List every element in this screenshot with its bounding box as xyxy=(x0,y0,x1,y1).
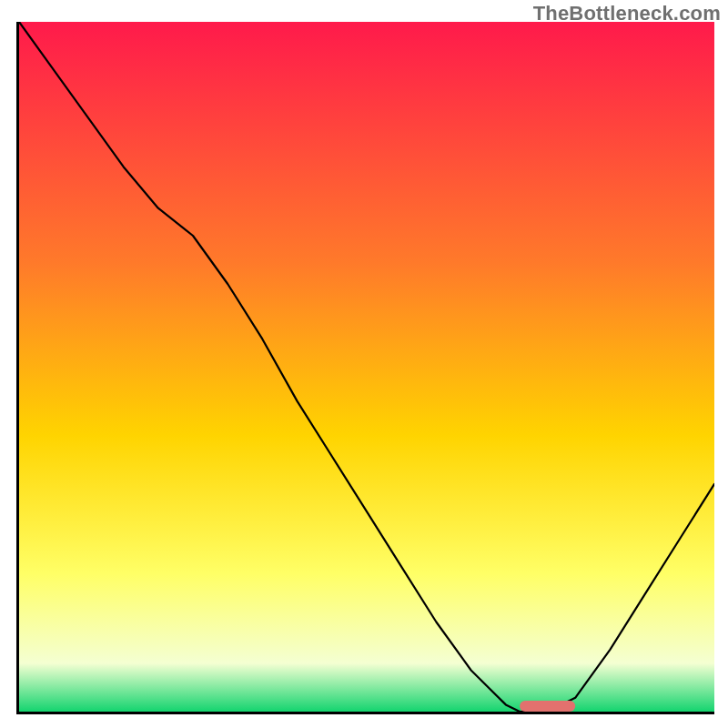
optimal-range-marker xyxy=(520,701,575,712)
watermark-text: TheBottleneck.com xyxy=(533,2,721,25)
chart-svg xyxy=(19,22,714,712)
plot-area xyxy=(16,22,714,714)
chart-stage: TheBottleneck.com xyxy=(0,0,728,728)
gradient-background xyxy=(19,22,714,712)
